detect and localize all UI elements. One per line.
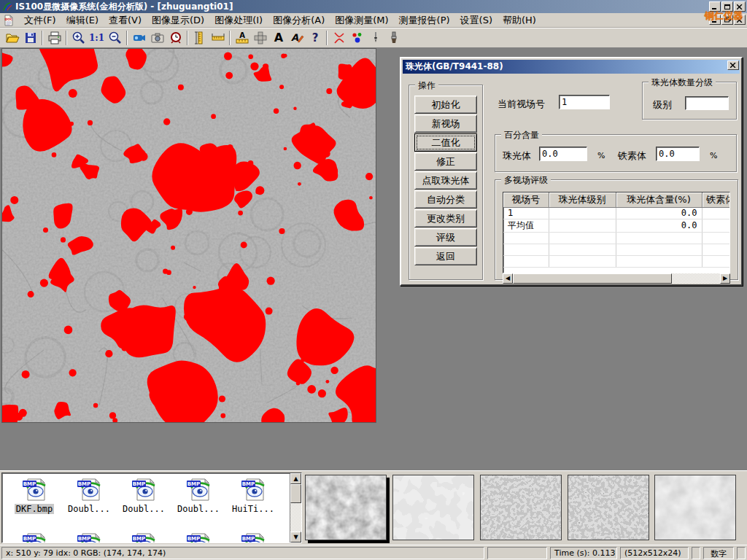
ferrite-percent-input[interactable]: [656, 147, 700, 161]
file-item[interactable]: BMP DKF.bmp: [8, 477, 61, 514]
file-item[interactable]: BMP Doubl...: [172, 477, 225, 514]
menu-image-processing[interactable]: 图像处理(I): [209, 12, 268, 28]
file-list-scrollbar[interactable]: ▲ ▼: [290, 473, 301, 542]
svg-text:BMP: BMP: [133, 481, 145, 487]
table-row[interactable]: 1 0.0: [503, 207, 730, 219]
scroll-left-arrow-icon[interactable]: ◀: [503, 273, 513, 284]
markers-button[interactable]: [348, 29, 366, 47]
menu-image-display[interactable]: 图像显示(D): [147, 12, 209, 28]
ruler-button[interactable]: [209, 29, 227, 47]
text-button[interactable]: A: [269, 29, 287, 47]
grading-group: 珠光体数量分级 级别: [642, 82, 737, 120]
thumbnail-3[interactable]: [480, 475, 562, 540]
help-button[interactable]: ?: [306, 29, 324, 47]
menu-file[interactable]: 文件(F): [19, 12, 61, 28]
binarize-button[interactable]: 二值化: [414, 133, 477, 152]
micrograph-canvas[interactable]: [1, 48, 376, 423]
svg-text:A: A: [290, 32, 298, 43]
close-button[interactable]: [734, 1, 746, 12]
col-pearlite-content[interactable]: 珠光体含量(%): [616, 192, 702, 207]
col-field-no[interactable]: 视场号: [503, 192, 549, 207]
svg-text:BMP: BMP: [23, 536, 36, 542]
toolbar: 1:1 A A A ?: [0, 28, 747, 48]
open-button[interactable]: [3, 29, 21, 47]
timer-button[interactable]: [166, 29, 185, 47]
spline-button[interactable]: [330, 29, 348, 47]
file-item[interactable]: BMP: [117, 532, 170, 543]
merge-grid-button[interactable]: [251, 29, 269, 47]
scroll-right-arrow-icon[interactable]: ▶: [720, 273, 730, 284]
scroll-down-arrow-icon[interactable]: ▼: [290, 532, 301, 542]
file-item[interactable]: BMP: [172, 532, 225, 543]
change-class-button[interactable]: 更改类别: [414, 209, 477, 228]
zoom-in-button[interactable]: [69, 29, 88, 47]
thumbnail-2[interactable]: [392, 475, 474, 540]
scrollbar-track[interactable]: [672, 273, 720, 284]
measure-text-button[interactable]: A: [233, 29, 251, 47]
thumbnail-4[interactable]: [568, 475, 649, 540]
caliper-button[interactable]: [190, 29, 209, 47]
menu-settings[interactable]: 设置(S): [455, 12, 498, 28]
auto-classify-button[interactable]: 自动分类: [414, 190, 477, 209]
thumbnail-1[interactable]: [305, 475, 387, 540]
col-pearlite-grade[interactable]: 珠光体级别: [549, 192, 616, 207]
rating-table[interactable]: 视场号 珠光体级别 珠光体含量(%) 铁素体含量(%) 1 0.0 平均值 0.…: [503, 192, 730, 273]
maximize-button[interactable]: [721, 1, 733, 12]
menu-bar: DOC 文件(F) 编辑(E) 查看(V) 图像显示(D) 图像处理(I) 图像…: [0, 13, 747, 28]
menu-view[interactable]: 查看(V): [104, 12, 147, 28]
grade-button[interactable]: 评级: [414, 228, 477, 246]
return-button[interactable]: 返回: [414, 247, 477, 265]
current-field-input[interactable]: [559, 95, 610, 109]
zoom-in-icon: [71, 31, 86, 45]
file-item[interactable]: BMP Doubl...: [63, 477, 115, 514]
file-item[interactable]: BMP: [63, 532, 115, 543]
save-button[interactable]: [21, 29, 39, 47]
ferrite-label: 铁素体: [618, 149, 646, 163]
menu-measure-report[interactable]: 测量报告(P): [394, 12, 455, 28]
pen-button[interactable]: [366, 29, 384, 47]
pick-pearlite-button[interactable]: 点取珠光体: [414, 171, 477, 190]
child-minimize-button[interactable]: [709, 15, 721, 25]
status-spacer: [487, 547, 547, 559]
correct-button[interactable]: 修正: [414, 152, 477, 171]
actual-size-button[interactable]: 1:1: [88, 29, 106, 47]
minimize-button[interactable]: [709, 1, 721, 12]
new-field-button[interactable]: 新视场: [414, 114, 477, 133]
brush-button[interactable]: [384, 29, 403, 47]
scrollbar-thumb[interactable]: [513, 273, 672, 284]
dialog-close-button[interactable]: [727, 61, 739, 70]
scroll-up-arrow-icon[interactable]: ▲: [290, 473, 301, 484]
level-input[interactable]: [685, 96, 729, 110]
pearlite-percent-input[interactable]: [539, 147, 587, 161]
dialog-title-bar[interactable]: 珠光体(GB/T9441-88): [403, 60, 740, 74]
init-button[interactable]: 初始化: [414, 96, 477, 114]
video-capture-button[interactable]: [130, 29, 148, 47]
menu-image-analysis[interactable]: 图像分析(A): [268, 12, 330, 28]
menu-image-measure[interactable]: 图像测量(M): [330, 12, 393, 28]
snapshot-button[interactable]: [148, 29, 166, 47]
menu-help[interactable]: 帮助(H): [498, 12, 541, 28]
child-close-button[interactable]: [734, 15, 746, 25]
file-item[interactable]: BMP: [8, 532, 61, 543]
file-item[interactable]: BMP: [227, 532, 279, 543]
file-listbox[interactable]: BMP DKF.bmp BMP Doubl... BMP Doubl... BM…: [1, 472, 302, 543]
print-icon: [47, 31, 62, 45]
annotate-icon: A: [290, 31, 304, 45]
scrollbar-thumb[interactable]: [290, 484, 301, 503]
col-ferrite-content[interactable]: 铁素体含量(%): [702, 192, 730, 207]
status-spacer: [737, 547, 746, 559]
table-row[interactable]: 平均值 0.0: [503, 219, 730, 232]
annotate-button[interactable]: A: [287, 29, 306, 47]
print-button[interactable]: [45, 29, 63, 47]
window-title: IS100显微摄像系统(金相分析版) - [zhuguangti01]: [15, 1, 233, 13]
svg-text:BMP: BMP: [187, 481, 200, 487]
table-horizontal-scrollbar[interactable]: ◀ ▶: [503, 273, 730, 284]
file-item[interactable]: BMP HuiTi...: [227, 477, 279, 514]
current-field-label: 当前视场号: [498, 98, 545, 111]
thumbnail-5[interactable]: [654, 475, 736, 540]
menu-edit[interactable]: 编辑(E): [61, 12, 104, 28]
child-restore-button[interactable]: [721, 15, 733, 25]
file-item[interactable]: BMP Doubl...: [117, 477, 170, 514]
pearlite-label: 珠光体: [503, 149, 531, 163]
zoom-out-button[interactable]: [106, 29, 124, 47]
